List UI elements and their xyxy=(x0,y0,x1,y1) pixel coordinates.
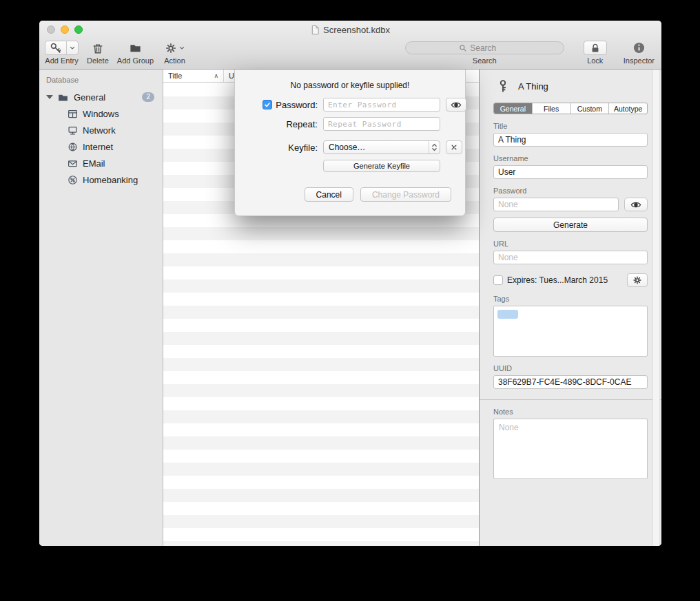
inspector-label: Inspector xyxy=(624,56,655,65)
dialog-password-label: Password: xyxy=(276,100,318,110)
search-group: Search xyxy=(405,40,564,65)
sidebar-item-email[interactable]: EMail xyxy=(39,155,163,171)
search-icon xyxy=(459,44,467,52)
username-field[interactable] xyxy=(493,165,648,179)
expires-settings-button[interactable] xyxy=(627,273,648,287)
window-chrome: Screenshot.kdbx Add Entry xyxy=(39,21,661,70)
tag-chip[interactable] xyxy=(497,310,518,319)
add-entry-button[interactable]: Add Entry xyxy=(45,40,79,65)
sidebar-item-windows[interactable]: Windows xyxy=(39,105,163,122)
app-window: Screenshot.kdbx Add Entry xyxy=(39,21,661,546)
toolbar: Add Entry Delete Add Group xyxy=(39,39,661,69)
title-field-label: Title xyxy=(493,122,648,130)
traffic-lights xyxy=(47,25,83,34)
username-field-label: Username xyxy=(493,154,648,162)
delete-button[interactable]: Delete xyxy=(87,40,109,65)
document-proxy-icon xyxy=(311,25,320,35)
windows-icon xyxy=(68,109,78,119)
url-field-label: URL xyxy=(493,240,648,248)
inspector-scrollbar[interactable] xyxy=(652,70,660,546)
sidebar-item-label: EMail xyxy=(83,158,105,169)
close-button[interactable] xyxy=(47,25,55,34)
dialog-repeat-label: Repeat: xyxy=(286,119,318,129)
info-icon xyxy=(632,41,646,54)
popup-arrows-icon xyxy=(429,141,440,154)
sidebar-item-homebanking[interactable]: Homebanking xyxy=(39,171,163,188)
delete-label: Delete xyxy=(87,56,109,65)
column-title-label: Title xyxy=(168,72,182,80)
add-group-label: Add Group xyxy=(117,56,154,65)
search-label: Search xyxy=(473,56,497,65)
padlock-icon xyxy=(584,41,607,55)
dialog-password-input[interactable] xyxy=(323,98,440,112)
password-field-label: Password xyxy=(493,187,648,195)
search-input[interactable] xyxy=(470,43,510,53)
gear-icon xyxy=(165,42,177,54)
entry-title: A Thing xyxy=(518,81,548,92)
folder-icon xyxy=(57,92,69,103)
network-icon xyxy=(68,125,78,136)
tab-general[interactable]: General xyxy=(494,103,532,114)
sidebar-group-label: General xyxy=(74,92,105,103)
chevron-down-icon[interactable] xyxy=(66,41,78,54)
lock-button[interactable]: Lock xyxy=(584,40,607,65)
minimize-button[interactable] xyxy=(61,25,69,34)
sidebar: Database General 2 Windows Network xyxy=(39,70,163,546)
clear-keyfile-button[interactable] xyxy=(446,140,462,154)
password-field[interactable] xyxy=(493,198,619,211)
folder-plus-icon xyxy=(126,41,145,55)
sidebar-group-general[interactable]: General 2 xyxy=(39,89,163,105)
sidebar-item-network[interactable]: Network xyxy=(39,122,163,138)
tags-label: Tags xyxy=(493,295,648,303)
globe-icon xyxy=(68,142,78,152)
key-plus-icon xyxy=(45,41,66,54)
disclosure-triangle-icon[interactable] xyxy=(46,95,53,99)
lock-label: Lock xyxy=(587,56,603,65)
titlebar[interactable]: Screenshot.kdbx xyxy=(39,21,661,39)
percent-coin-icon xyxy=(68,175,78,185)
generate-keyfile-button[interactable]: Generate Keyfile xyxy=(323,160,440,172)
cancel-button[interactable]: Cancel xyxy=(305,187,353,202)
add-entry-label: Add Entry xyxy=(45,56,78,65)
search-input-wrap[interactable] xyxy=(405,41,564,54)
trash-icon xyxy=(89,41,107,55)
uuid-field[interactable] xyxy=(493,375,648,389)
reveal-password-button[interactable] xyxy=(624,198,648,211)
title-field[interactable] xyxy=(493,133,648,147)
dialog-keyfile-label: Keyfile: xyxy=(288,143,318,153)
action-button[interactable]: Action xyxy=(162,40,187,65)
entry-count-badge: 2 xyxy=(142,92,154,102)
tags-box[interactable] xyxy=(493,306,648,357)
zoom-button[interactable] xyxy=(74,25,83,34)
sidebar-item-label: Internet xyxy=(83,142,113,152)
action-label: Action xyxy=(164,56,185,65)
window-title: Screenshot.kdbx xyxy=(323,25,390,35)
generate-password-button[interactable]: Generate xyxy=(493,218,648,232)
key-icon xyxy=(496,78,510,94)
inspector-divider xyxy=(480,399,661,400)
keyfile-popup[interactable]: Choose… xyxy=(323,140,440,154)
password-checkbox[interactable] xyxy=(262,100,272,109)
sidebar-item-label: Network xyxy=(83,125,116,136)
tab-custom[interactable]: Custom xyxy=(570,103,609,114)
dialog-reveal-password-button[interactable] xyxy=(446,98,466,112)
tab-files[interactable]: Files xyxy=(532,103,570,114)
sidebar-item-internet[interactable]: Internet xyxy=(39,138,163,155)
notes-label: Notes xyxy=(493,408,648,416)
expires-label: Expires: Tues...March 2015 xyxy=(507,275,608,285)
tab-autotype[interactable]: Autotype xyxy=(608,103,647,114)
column-username-label: U xyxy=(229,72,234,80)
chevron-down-icon xyxy=(179,46,185,50)
expires-checkbox[interactable] xyxy=(493,275,503,285)
sort-ascending-icon: ∧ xyxy=(214,72,218,79)
notes-field[interactable]: None xyxy=(493,419,648,479)
url-field[interactable] xyxy=(493,251,648,264)
dialog-repeat-input[interactable] xyxy=(323,117,440,131)
change-password-dialog: No password or keyfile supplied! Passwor… xyxy=(234,70,466,216)
column-header-title[interactable]: Title ∧ xyxy=(163,70,224,82)
add-group-button[interactable]: Add Group xyxy=(117,40,154,65)
inspector-tabs: General Files Custom Autotype xyxy=(493,103,648,114)
content-area: Database General 2 Windows Network xyxy=(39,70,661,546)
inspector-toggle-button[interactable]: Inspector xyxy=(624,40,655,65)
change-password-button[interactable]: Change Password xyxy=(360,187,451,202)
